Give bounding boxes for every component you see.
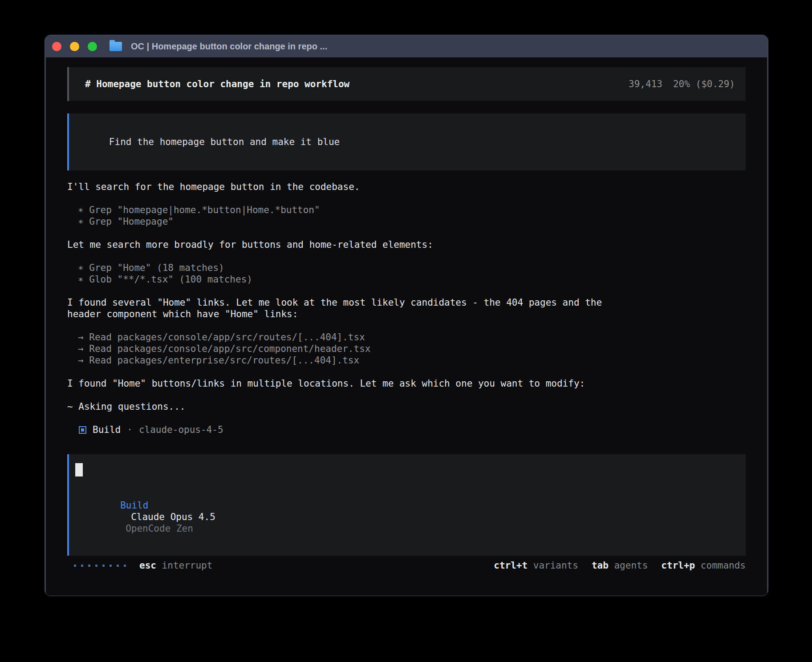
- chat-log: I'll search for the homepage button in t…: [67, 181, 746, 447]
- esc-key: esc: [139, 560, 156, 571]
- user-message: Find the homepage button and make it blu…: [67, 113, 746, 170]
- separator-dot: ·: [127, 424, 133, 436]
- assistant-text-block: ~ Asking questions...: [67, 401, 746, 412]
- session-title: # Homepage button color change in repo w…: [85, 78, 349, 90]
- shortcut-key: ctrl+p: [661, 560, 695, 571]
- assistant-text-line: I found "Home" buttons/links in multiple…: [67, 378, 746, 389]
- token-count: 39,413: [629, 78, 662, 90]
- user-message-text: Find the homepage button and make it blu…: [109, 137, 340, 147]
- assistant-text-block: I'll search for the homepage button in t…: [67, 181, 746, 193]
- status-bar-left: esc interrupt: [74, 560, 212, 571]
- tool-call-block: ∗ Grep "Home" (18 matches)∗ Glob "**/*.t…: [67, 262, 746, 285]
- shortcut-commands: ctrl+p commands: [661, 560, 746, 571]
- assistant-text-block: I found "Home" buttons/links in multiple…: [67, 378, 746, 389]
- session-stats: 39,413 20% ($0.29): [629, 78, 735, 90]
- status-bar-shortcuts: ctrl+t variantstab agentsctrl+p commands: [494, 560, 746, 571]
- shortcut-label: commands: [695, 560, 746, 571]
- context-usage: 20% ($0.29): [673, 78, 735, 90]
- prompt-editor[interactable]: Build Claude Opus 4.5 OpenCode Zen: [67, 454, 746, 556]
- assistant-text-line: I'll search for the homepage button in t…: [67, 181, 746, 193]
- assistant-text-line: Let me search more broadly for buttons a…: [67, 239, 746, 250]
- assistant-text-line: I found several "Home" links. Let me loo…: [67, 297, 746, 308]
- spinner-dot: [117, 565, 119, 567]
- interrupt-label: interrupt: [162, 560, 213, 571]
- assistant-text-line: header component which have "Home" links…: [67, 308, 746, 320]
- tool-call-block: ∗ Grep "homepage|home.*button|Home.*butt…: [67, 204, 746, 227]
- agent-name: Build: [93, 424, 121, 436]
- session-header: # Homepage button color change in repo w…: [67, 67, 746, 101]
- agent-status-line: Build·claude-opus-4-5: [67, 424, 746, 436]
- terminal-window: OC | Homepage button color change in rep…: [45, 35, 768, 596]
- spinner-dot: [124, 565, 126, 567]
- agent-mode-badge[interactable]: Build: [120, 500, 148, 511]
- minimize-button[interactable]: [70, 42, 79, 51]
- spinner-dots: [74, 565, 126, 567]
- tool-call-block: → Read packages/console/app/src/routes/[…: [67, 331, 746, 366]
- terminal-content: # Homepage button color change in repo w…: [46, 57, 767, 596]
- tool-call-line: ∗ Glob "**/*.tsx" (100 matches): [78, 274, 746, 285]
- spinner-dot: [102, 565, 105, 567]
- tool-call-line: ∗ Grep "Homepage": [78, 216, 746, 227]
- shortcut-variants: ctrl+t variants: [494, 560, 578, 571]
- spinner-dot: [88, 565, 90, 567]
- interrupt-shortcut: esc interrupt: [139, 560, 212, 571]
- tool-call-line: → Read packages/console/app/src/routes/[…: [78, 331, 746, 343]
- shortcut-label: agents: [609, 560, 648, 571]
- window-title: OC | Homepage button color change in rep…: [131, 41, 327, 52]
- status-bar: esc interrupt ctrl+t variantstab agentsc…: [67, 560, 746, 571]
- close-button[interactable]: [52, 42, 61, 51]
- agent-icon: [79, 426, 86, 434]
- model-name: Claude Opus 4.5: [131, 512, 215, 522]
- shortcut-key: ctrl+t: [494, 560, 528, 571]
- shortcut-agents: tab agents: [592, 560, 648, 571]
- spinner-dot: [95, 565, 97, 567]
- model-line: Build Claude Opus 4.5 OpenCode Zen: [75, 488, 739, 546]
- maximize-button[interactable]: [88, 42, 97, 51]
- shortcut-label: variants: [528, 560, 578, 571]
- spinner-dot: [110, 565, 112, 567]
- folder-icon: [110, 42, 122, 51]
- agent-model-name: claude-opus-4-5: [139, 424, 223, 436]
- spinner-dot: [74, 565, 76, 567]
- tool-call-line: → Read packages/enterprise/src/routes/[.…: [78, 355, 746, 366]
- tool-call-line: ∗ Grep "homepage|home.*button|Home.*butt…: [78, 204, 746, 216]
- assistant-text-block: Let me search more broadly for buttons a…: [67, 239, 746, 250]
- provider-name: OpenCode Zen: [126, 523, 193, 534]
- traffic-lights: [52, 42, 97, 51]
- tool-call-line: ∗ Grep "Home" (18 matches): [78, 262, 746, 274]
- tool-call-line: → Read packages/console/app/src/componen…: [78, 343, 746, 355]
- assistant-text-line: ~ Asking questions...: [67, 401, 746, 412]
- text-cursor: [75, 463, 83, 476]
- titlebar: OC | Homepage button color change in rep…: [45, 35, 768, 57]
- spinner-dot: [81, 565, 83, 567]
- shortcut-key: tab: [592, 560, 609, 571]
- assistant-text-block: I found several "Home" links. Let me loo…: [67, 297, 746, 320]
